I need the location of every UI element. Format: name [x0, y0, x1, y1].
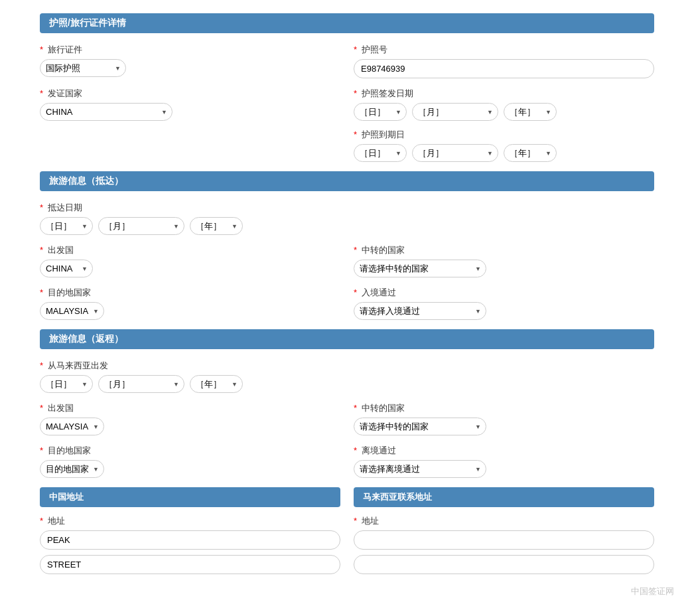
- dep-transit-select-wrapper: 请选择中转的国家: [354, 418, 486, 435]
- issuing-country-col: * 发证国家 CHINA: [40, 88, 340, 162]
- required-star2: *: [354, 44, 357, 54]
- dep-month-select[interactable]: ［月］: [98, 375, 184, 393]
- dep-dest-row: * 目的地国家 目的地国家 * 离境通过 请选择离境通过: [40, 445, 654, 478]
- dep-transit-country-label: * 中转的国家: [354, 402, 654, 414]
- arrival-date-inputs: ［日］ ［月］ ［年］: [40, 217, 340, 235]
- transit-country-col: * 中转的国家 请选择中转的国家: [354, 244, 654, 277]
- expiry-day-select[interactable]: ［日］: [354, 144, 407, 162]
- arrival-day-select[interactable]: ［日］: [40, 217, 93, 235]
- dep-year-select[interactable]: ［年］: [190, 375, 243, 393]
- dest-select-wrapper: MALAYSIA: [40, 302, 104, 320]
- dep-date-row: * 从马来西亚出发 ［日］ ［月］: [40, 360, 654, 393]
- china-address-title: 中国地址: [49, 492, 84, 502]
- dest-select[interactable]: MALAYSIA: [40, 302, 104, 320]
- required-star13: *: [354, 403, 357, 413]
- issue-month-select[interactable]: ［月］: [412, 103, 498, 121]
- dep-transit-select[interactable]: 请选择中转的国家: [354, 418, 486, 435]
- passport-title: 护照/旅行证件详情: [49, 17, 126, 28]
- departure-section-header: 旅游信息（返程）: [40, 329, 654, 349]
- required-star16: *: [40, 516, 43, 526]
- issuing-country-label: * 发证国家: [40, 88, 340, 100]
- travel-doc-select[interactable]: 国际护照: [40, 59, 126, 77]
- required-star4: *: [354, 88, 357, 98]
- transit-country-select[interactable]: 请选择中转的国家: [354, 260, 486, 277]
- arrival-section-header: 旅游信息（抵达）: [40, 171, 654, 191]
- dep-year-wrapper: ［年］: [190, 375, 243, 393]
- exit-via-select-wrapper: 请选择离境通过: [354, 460, 486, 478]
- required-star: *: [40, 44, 43, 54]
- expiry-date-group: * 护照到期日 ［日］ ［月］: [354, 129, 654, 162]
- arrival-year-wrapper: ［年］: [190, 217, 243, 235]
- dep-dest-select[interactable]: 目的地国家: [40, 460, 104, 478]
- required-star15: *: [354, 445, 357, 455]
- arrival-date-row: * 抵达日期 ［日］ ［月］: [40, 202, 654, 235]
- entry-via-select[interactable]: 请选择入境通过: [354, 302, 486, 320]
- issue-expiry-col: * 护照签发日期 ［日］ ［月］: [354, 88, 654, 162]
- address-section: 中国地址 * 地址 马来西亚联系地址 * 地址: [40, 487, 654, 574]
- dep-dest-label: * 目的地国家: [40, 445, 340, 457]
- dep-country-label: * 出发国: [40, 244, 340, 256]
- departure-section: 旅游信息（返程） * 从马来西亚出发 ［日］ ［月］: [40, 329, 654, 478]
- dep-from-malaysia-label: * 从马来西亚出发: [40, 360, 340, 372]
- china-address-label: * 地址: [40, 515, 340, 527]
- dep-from-malaysia-col: * 从马来西亚出发 ［日］ ［月］: [40, 360, 340, 393]
- dep-transit-country-col: * 中转的国家 请选择中转的国家: [354, 402, 654, 435]
- expiry-month-wrapper: ［月］: [412, 144, 498, 162]
- travel-doc-label: * 旅行证件: [40, 44, 340, 56]
- dep-dest-col: * 目的地国家 目的地国家: [40, 445, 340, 478]
- dep-country-col: * 出发国 CHINA: [40, 244, 340, 277]
- dep-month-wrapper: ［月］: [98, 375, 184, 393]
- expiry-date-inputs: ［日］ ［月］ ［年］: [354, 144, 654, 162]
- page-wrapper: 护照/旅行证件详情 * 旅行证件 国际护照 * 护照号 E987: [0, 0, 694, 616]
- passport-no-col: * 护照号 E98746939: [354, 44, 654, 78]
- expiry-month-select[interactable]: ［月］: [412, 144, 498, 162]
- required-star14: *: [40, 445, 43, 455]
- expiry-day-wrapper: ［日］: [354, 144, 407, 162]
- dep-country-select-wrapper2: MALAYSIA: [40, 418, 104, 435]
- passport-no-input[interactable]: E98746939: [354, 59, 654, 78]
- malaysia-address-line1-input[interactable]: [354, 530, 654, 550]
- arrival-day-wrapper: ［日］: [40, 217, 93, 235]
- issue-date-group: * 护照签发日期 ［日］ ［月］: [354, 88, 654, 121]
- arrival-section: 旅游信息（抵达） * 抵达日期 ［日］ ［月］: [40, 171, 654, 320]
- expiry-date-label: * 护照到期日: [354, 129, 654, 141]
- dep-country-select2[interactable]: MALAYSIA: [40, 418, 104, 435]
- entry-via-label: * 入境通过: [354, 287, 654, 299]
- required-star7: *: [40, 245, 43, 255]
- arrival-month-wrapper: ［月］: [98, 217, 184, 235]
- issue-day-select[interactable]: ［日］: [354, 103, 407, 121]
- china-address-line2-input[interactable]: [40, 555, 340, 574]
- dep-dest-select-wrapper: 目的地国家: [40, 460, 104, 478]
- arrival-date-col: * 抵达日期 ［日］ ［月］: [40, 202, 340, 235]
- expiry-year-select[interactable]: ［年］: [504, 144, 557, 162]
- required-star9: *: [40, 287, 43, 297]
- arrival-countries-row: * 出发国 CHINA * 中转的国家 请选择中转的国家: [40, 244, 654, 277]
- dep-date-inputs: ［日］ ［月］ ［年］: [40, 375, 340, 393]
- exit-via-select[interactable]: 请选择离境通过: [354, 460, 486, 478]
- china-address-header: 中国地址: [40, 487, 340, 507]
- arrival-month-select[interactable]: ［月］: [98, 217, 184, 235]
- malaysia-address-header: 马来西亚联系地址: [354, 487, 654, 507]
- issuing-country-select[interactable]: CHINA: [40, 103, 173, 121]
- dep-countries-row: * 出发国 MALAYSIA * 中转的国家 请选择中转的国家: [40, 402, 654, 435]
- malaysia-address-line2-input[interactable]: [354, 555, 654, 574]
- passport-row1: * 旅行证件 国际护照 * 护照号 E98746939: [40, 44, 654, 78]
- dep-day-wrapper: ［日］: [40, 375, 93, 393]
- expiry-year-wrapper: ［年］: [504, 144, 557, 162]
- china-address-block: 中国地址 * 地址: [40, 487, 340, 574]
- issue-year-select[interactable]: ［年］: [504, 103, 557, 121]
- issue-date-inputs: ［日］ ［月］ ［年］: [354, 103, 654, 121]
- china-address-line1-input[interactable]: [40, 530, 340, 550]
- issue-year-wrapper: ［年］: [504, 103, 557, 121]
- transit-country-select-wrapper: 请选择中转的国家: [354, 260, 486, 277]
- arrival-empty-col: [354, 202, 654, 235]
- watermark: 中国签证网: [631, 585, 674, 597]
- entry-via-col: * 入境通过 请选择入境通过: [354, 287, 654, 320]
- dest-label: * 目的地国家: [40, 287, 340, 299]
- dep-empty-col: [354, 360, 654, 393]
- required-star12: *: [40, 403, 43, 413]
- dep-country-select[interactable]: CHINA: [40, 260, 93, 277]
- dep-day-select[interactable]: ［日］: [40, 375, 93, 393]
- travel-doc-select-wrapper: 国际护照: [40, 59, 126, 77]
- arrival-year-select[interactable]: ［年］: [190, 217, 243, 235]
